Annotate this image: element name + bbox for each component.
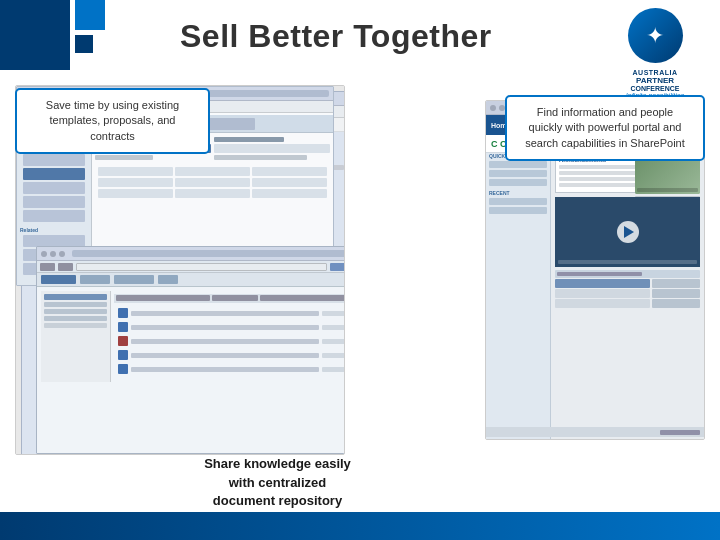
portal-sidebar-item5 [489, 207, 547, 214]
logo-area: Australia Partner Conference Infinite po… [600, 8, 710, 99]
window-sharepoint [36, 246, 345, 454]
callout-right-text: Find information and people quickly with… [525, 106, 685, 149]
portal-sidebar-item4 [489, 198, 547, 205]
portal-sidebar-item3 [489, 179, 547, 186]
portal-body: Quick Links Recent Announcements [486, 149, 704, 440]
portal-main: Announcements [551, 149, 704, 440]
bottom-center-text: Share knowledge easily with centralized … [180, 455, 375, 510]
callout-right: Find information and people quickly with… [505, 95, 705, 161]
bottom-line1: Share knowledge easily [204, 456, 351, 471]
callout-left: Save time by using existing templates, p… [15, 88, 210, 154]
video-box [555, 197, 700, 267]
play-button[interactable] [617, 221, 639, 243]
portal-sidebar: Quick Links Recent [486, 149, 551, 440]
logo-line2: Partner [600, 76, 710, 85]
bottom-line2: with centralized [229, 475, 327, 490]
callout-left-text: Save time by using existing templates, p… [46, 99, 179, 142]
bottom-bar [0, 512, 720, 540]
logo-line3: Conference [600, 85, 710, 92]
portal-sidebar-item2 [489, 170, 547, 177]
campaign-table [555, 270, 700, 308]
blue-square-large [0, 0, 70, 70]
top-decoration [0, 0, 180, 80]
logo-badge [628, 8, 683, 63]
logo-line1: Australia [600, 69, 710, 76]
portal-sidebar-item1 [489, 161, 547, 168]
main-title: Sell Better Together [180, 18, 492, 55]
portal-sidebar-section2: Recent [489, 190, 547, 196]
bottom-line3: document repository [213, 493, 342, 508]
play-triangle-icon [624, 226, 634, 238]
blue-square-small [75, 0, 105, 30]
blue-square-tiny [75, 35, 93, 53]
